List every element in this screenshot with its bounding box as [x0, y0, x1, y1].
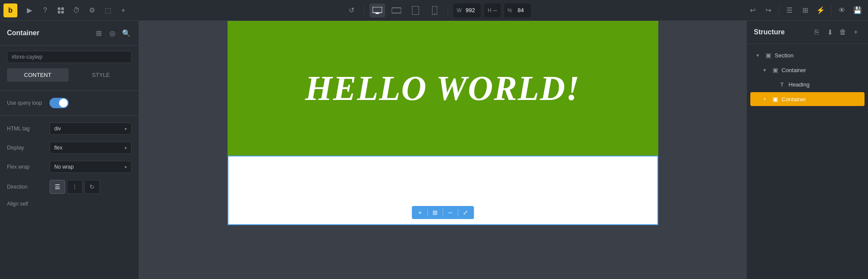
toolbar-right: ↩ ↪ ☰ ⊞ ⚡ 👁 💾: [746, 3, 865, 17]
container2-icon: ▣: [771, 96, 779, 103]
menu-button[interactable]: ☰: [782, 3, 796, 17]
structure-title: Structure: [754, 28, 785, 36]
flex-wrap-value: No wrap: [54, 164, 74, 170]
panel-icon-1[interactable]: ⊞: [93, 28, 104, 38]
chevron-placeholder: ▼: [769, 82, 776, 87]
right-panel: Structure ⎘ ⬇ 🗑 + ▼ ▣ Section: [746, 21, 868, 279]
logo[interactable]: b: [3, 3, 17, 17]
redo-button[interactable]: ↪: [761, 3, 775, 17]
structure-item-container2[interactable]: ▼ ▣ Container: [750, 92, 865, 106]
structure-copy-icon[interactable]: ⎘: [812, 27, 822, 37]
canvas-toolbar-divider3: [458, 209, 458, 216]
canvas-section-green[interactable]: HELLO WORLD!: [228, 21, 658, 156]
right-panel-actions: ⎘ ⬇ 🗑 +: [812, 27, 861, 37]
section-label: Section: [775, 52, 793, 59]
use-query-loop-row: Use query loop: [0, 94, 139, 112]
undo-button[interactable]: ↩: [746, 3, 759, 17]
tablet-portrait-button[interactable]: [408, 3, 423, 17]
direction-row: Direction ☰ ⋮ ↻: [0, 176, 139, 197]
canvas-toolbar-divider: [427, 209, 428, 216]
use-query-loop-toggle[interactable]: [50, 98, 69, 108]
svg-rect-2: [58, 11, 60, 13]
svg-rect-6: [375, 13, 380, 14]
html-tag-row: HTML tag div ▾: [0, 119, 139, 138]
tablet-landscape-button[interactable]: [389, 3, 404, 17]
right-panel-header: Structure ⎘ ⬇ 🗑 +: [747, 21, 868, 44]
elements-button[interactable]: [54, 3, 68, 17]
html-tag-select[interactable]: div ▾: [50, 123, 132, 135]
desktop-device-button[interactable]: [370, 3, 385, 17]
refresh-button[interactable]: ↺: [345, 3, 359, 17]
canvas-move-icon[interactable]: ⤢: [461, 208, 470, 217]
chevron-placeholder2: ▼: [762, 97, 769, 102]
align-self-row: Align self: [0, 197, 139, 210]
canvas-area[interactable]: HELLO WORLD! + ⊞ ↔ ⤢: [139, 21, 746, 279]
heading-icon: T: [778, 81, 786, 88]
chevron-down-icon5: ▼: [762, 68, 769, 73]
toolbar-center: ↺ W 992 H – % 84: [132, 3, 744, 17]
divider-2: [0, 115, 139, 116]
structure-add-icon[interactable]: +: [851, 27, 861, 37]
main-area: Container ⊞ ◎ 🔍 #brxe-caylwp CONTENT STY…: [0, 21, 868, 279]
canvas-toolbar-divider2: [442, 209, 443, 216]
width-value: 992: [463, 7, 477, 13]
left-panel: Container ⊞ ◎ 🔍 #brxe-caylwp CONTENT STY…: [0, 21, 139, 279]
mobile-button[interactable]: [427, 3, 442, 17]
structure-item-container[interactable]: ▼ ▣ Container: [750, 63, 865, 77]
wordpress-button[interactable]: ⚡: [814, 3, 828, 17]
container-label: Container: [782, 67, 806, 73]
help-button[interactable]: ?: [38, 3, 52, 17]
container-icon: ▣: [771, 66, 779, 73]
flex-wrap-row: Flex wrap No wrap ▾: [0, 157, 139, 176]
separator4: [831, 5, 832, 16]
zoom-group: % 84: [504, 3, 531, 17]
panel-header: Container ⊞ ◎ 🔍: [0, 21, 139, 46]
display-label: Display: [7, 145, 46, 151]
settings-button[interactable]: ⚙: [85, 3, 99, 17]
height-dash: –: [493, 7, 497, 14]
canvas-add-icon[interactable]: +: [415, 208, 425, 217]
direction-col-btn[interactable]: ⋮: [67, 180, 83, 194]
canvas-grid-icon[interactable]: ⊞: [430, 208, 440, 217]
tab-style[interactable]: STYLE: [70, 68, 132, 82]
panel-icon-2[interactable]: ◎: [107, 28, 118, 38]
code-button[interactable]: ⬚: [101, 3, 115, 17]
panel-header-icons: ⊞ ◎ 🔍: [93, 28, 132, 38]
panel-tabs: CONTENT STYLE: [7, 68, 132, 82]
svg-rect-0: [58, 7, 60, 10]
percent-label: %: [508, 7, 512, 13]
section-icon: ▣: [764, 52, 772, 59]
structure-item-section[interactable]: ▼ ▣ Section: [750, 48, 865, 62]
structure-item-heading[interactable]: ▼ T Heading: [750, 78, 865, 91]
html-tag-value: div: [54, 126, 61, 132]
save-button[interactable]: 💾: [851, 3, 865, 17]
direction-row-btn[interactable]: ☰: [50, 180, 65, 194]
use-query-loop-label: Use query loop: [7, 100, 46, 106]
select-tool-button[interactable]: ▶: [23, 3, 36, 17]
chevron-down-icon: ▾: [125, 126, 127, 131]
direction-wrap-btn[interactable]: ↻: [84, 180, 100, 194]
width-label: W: [457, 7, 462, 13]
flex-wrap-label: Flex wrap: [7, 164, 46, 170]
flex-wrap-select[interactable]: No wrap ▾: [50, 161, 132, 173]
direction-label: Direction: [7, 184, 46, 190]
tab-content[interactable]: CONTENT: [7, 68, 69, 82]
chevron-down-icon3: ▾: [125, 165, 127, 169]
structure-download-icon[interactable]: ⬇: [825, 27, 835, 37]
panel-search-icon[interactable]: 🔍: [121, 28, 132, 38]
svg-rect-7: [392, 8, 401, 13]
align-self-label: Align self: [7, 201, 46, 207]
top-toolbar: b ▶ ? ⏱ ⚙ ⬚ + ↺ W 992 H – %: [0, 0, 868, 21]
history-button[interactable]: ⏱: [69, 3, 83, 17]
add-button[interactable]: +: [116, 3, 130, 17]
canvas-inner: HELLO WORLD! + ⊞ ↔ ⤢: [228, 21, 658, 225]
canvas-section-white[interactable]: + ⊞ ↔ ⤢: [228, 156, 658, 225]
id-field[interactable]: #brxe-caylwp: [7, 51, 132, 63]
canvas-resize-icon[interactable]: ↔: [446, 208, 455, 217]
preview-button[interactable]: 👁: [835, 3, 849, 17]
structure-delete-icon[interactable]: 🗑: [838, 27, 848, 37]
display-select[interactable]: flex ▾: [50, 142, 132, 154]
container2-label: Container: [782, 96, 806, 103]
canvas-toolbar: + ⊞ ↔ ⤢: [412, 206, 474, 219]
templates-button[interactable]: ⊞: [798, 3, 812, 17]
